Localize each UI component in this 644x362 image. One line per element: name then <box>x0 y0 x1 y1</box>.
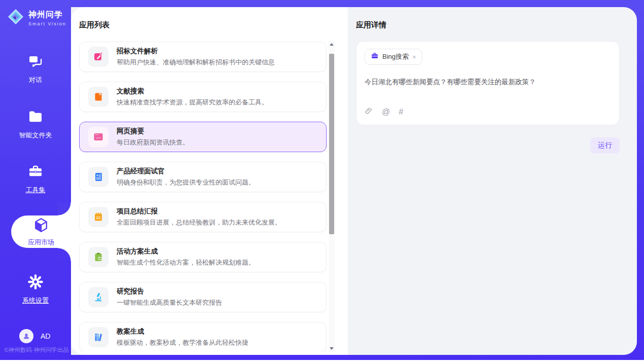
app-title: 文献搜索 <box>117 87 268 96</box>
briefcase-icon <box>371 52 379 62</box>
scroll-down-arrow[interactable] <box>329 345 335 352</box>
brand-logo: 神州问学 Smart Vision <box>7 8 66 27</box>
app-desc: 模板驱动，教案秒成，教学准备从此轻松快捷 <box>117 338 248 347</box>
brand-name: 神州问学 <box>28 10 66 20</box>
sidebar-item-label: 工具集 <box>26 186 46 195</box>
notepad-icon <box>88 207 109 227</box>
app-title: 研究报告 <box>117 287 222 296</box>
sidebar: 神州问学 Smart Vision 对话 智能文件夹 <box>0 0 71 360</box>
app-card-literature-search[interactable]: 文献搜索 快速精准查找学术资源，提高研究效率的必备工具。 <box>79 82 327 112</box>
gear-icon <box>27 274 44 292</box>
app-card-research-report[interactable]: 研究报告 一键智能生成高质量长文本研究报告 <box>79 282 327 312</box>
books-icon <box>88 327 109 347</box>
app-desc: 智能生成个性化活动方案，轻松解决规划难题。 <box>117 258 255 267</box>
app-card-bid-parsing[interactable]: 招标文件解析 帮助用户快速、准确地理解和解析招标书中的关键信息 <box>79 42 327 72</box>
app-title: 教案生成 <box>117 327 248 336</box>
copyright-text: ©神州数码·神州问学出品 <box>2 346 71 354</box>
app-card-project-summary[interactable]: 项目总结汇报 全面回顾项目进展，总结经验教训，助力未来优化发展。 <box>79 202 327 232</box>
diamond-logo-icon <box>7 8 24 27</box>
microscope-icon <box>88 287 109 307</box>
prompt-input-card[interactable]: Bing搜索 × 今日湖北有哪些新闻要点？有哪些需要关注的最新政策？ @ # <box>356 41 620 125</box>
briefcase-icon <box>27 163 44 182</box>
app-title: 网页摘要 <box>117 127 189 136</box>
app-card-web-summary[interactable]: </> 网页摘要 每日政府新闻资讯快查。 <box>79 122 327 152</box>
app-title: 活动方案生成 <box>117 247 255 256</box>
app-detail-panel: 应用详情 Bing搜索 × 今日湖北有哪些新闻要点？有哪些需要关注的最新政策？ <box>348 7 637 355</box>
avatar <box>19 329 33 343</box>
app-title: 产品经理面试官 <box>117 167 255 176</box>
app-desc: 每日政府新闻资讯快查。 <box>117 138 189 147</box>
tool-chip-label: Bing搜索 <box>382 52 409 61</box>
user-initials: AD <box>41 332 50 340</box>
cube-icon <box>32 216 50 236</box>
sidebar-item-label: 智能文件夹 <box>19 131 52 140</box>
sidebar-item-smart-folders[interactable]: 智能文件夹 <box>0 108 71 140</box>
app-card-list: 招标文件解析 帮助用户快速、准确地理解和解析招标书中的关键信息 文献搜索 快速精… <box>79 42 328 352</box>
chat-icon <box>27 53 44 71</box>
sidebar-item-label: 对话 <box>29 76 42 85</box>
document-edit-icon <box>88 47 109 67</box>
content-panel: 应用列表 招标文件解析 帮助用户快速、准确地理解和解析招标书中的关键信息 <box>71 7 637 355</box>
svg-text:</>: </> <box>96 136 101 139</box>
scrollbar-thumb[interactable] <box>329 54 334 234</box>
app-desc: 明确身份和职责，为您提供专业性的面试问题。 <box>117 178 255 187</box>
sidebar-item-toolset[interactable]: 工具集 <box>0 163 71 195</box>
app-list-title: 应用列表 <box>79 20 110 30</box>
app-desc: 快速精准查找学术资源，提高研究效率的必备工具。 <box>117 98 268 107</box>
scroll-up-arrow[interactable] <box>329 41 335 48</box>
brand-subtitle: Smart Vision <box>28 21 66 26</box>
app-card-event-plan[interactable]: 活动方案生成 智能生成个性化活动方案，轻松解决规划难题。 <box>79 242 327 272</box>
app-detail-title: 应用详情 <box>356 20 620 30</box>
book-icon <box>88 87 109 107</box>
hash-icon[interactable]: # <box>399 107 403 117</box>
paperclip-icon[interactable] <box>365 106 373 118</box>
close-icon[interactable]: × <box>412 54 416 60</box>
app-title: 招标文件解析 <box>117 47 275 56</box>
app-desc: 帮助用户快速、准确地理解和解析招标书中的关键信息 <box>117 58 275 67</box>
folder-icon <box>27 108 44 127</box>
resume-icon <box>88 167 109 187</box>
attachment-toolbar: @ # <box>365 106 403 118</box>
clipboard-check-icon <box>88 247 109 267</box>
app-card-lesson-plan[interactable]: 教案生成 模板驱动，教案秒成，教学准备从此轻松快捷 <box>79 322 327 352</box>
list-scrollbar[interactable] <box>329 41 335 352</box>
run-button[interactable]: 运行 <box>590 137 620 154</box>
app-card-pm-interviewer[interactable]: 产品经理面试官 明确身份和职责，为您提供专业性的面试问题。 <box>79 162 327 192</box>
app-desc: 全面回顾项目进展，总结经验教训，助力未来优化发展。 <box>117 218 281 227</box>
app-desc: 一键智能生成高质量长文本研究报告 <box>117 298 222 307</box>
sidebar-item-app-market[interactable]: 应用市场 <box>11 215 71 248</box>
sidebar-item-label: 系统设置 <box>22 296 49 305</box>
tool-chip-bing-search[interactable]: Bing搜索 × <box>365 49 422 65</box>
mention-icon[interactable]: @ <box>382 107 390 117</box>
user-account[interactable]: AD <box>19 329 50 343</box>
sidebar-item-label: 应用市场 <box>28 238 54 247</box>
app-title: 项目总结汇报 <box>117 207 281 216</box>
sidebar-item-chat[interactable]: 对话 <box>0 53 71 85</box>
sidebar-item-settings[interactable]: 系统设置 <box>0 274 71 305</box>
browser-code-icon: </> <box>88 127 109 147</box>
app-window: 神州问学 Smart Vision 对话 智能文件夹 <box>0 0 644 362</box>
query-textarea[interactable]: 今日湖北有哪些新闻要点？有哪些需要关注的最新政策？ <box>365 78 611 87</box>
app-list-panel: 应用列表 招标文件解析 帮助用户快速、准确地理解和解析招标书中的关键信息 <box>71 7 348 355</box>
